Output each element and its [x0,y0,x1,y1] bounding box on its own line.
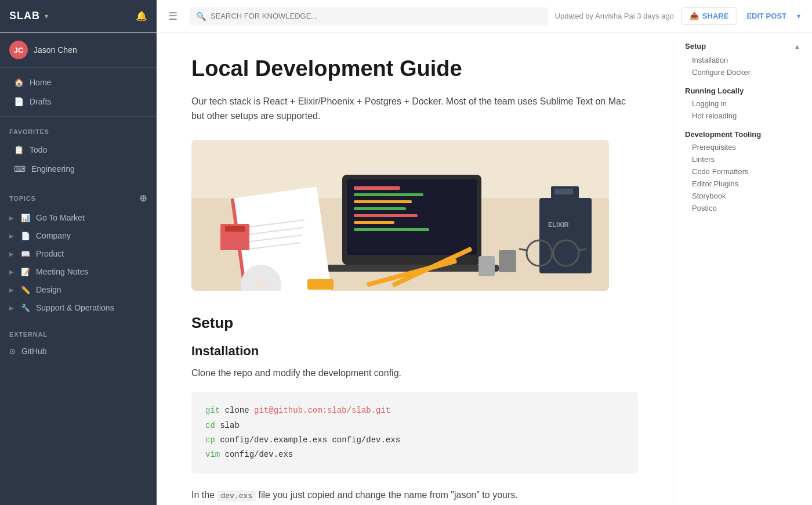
toc-section-dev-tooling-title[interactable]: Development Tooling [685,130,800,139]
svg-rect-4 [354,186,400,190]
sidebar-item-home[interactable]: 🏠 Home [5,73,152,92]
top-bar-right: ☰ 🔍 Updated by Anvisha Pai 3 days ago 📤 … [157,7,812,26]
sidebar-item-go-to-market-label: Go To Market [36,213,85,222]
user-name: Jason Chen [34,45,77,55]
sidebar-item-todo-label: Todo [30,145,47,154]
toc-section-running-locally: Running Locally Logging in Hot reloading [685,86,800,122]
toc-item-logging-in[interactable]: Logging in [685,98,800,110]
sidebar-item-github[interactable]: ⊙ GitHub [0,342,157,360]
sidebar-topics-section: TOPICS ⊕ ▶ 📊 Go To Market ▶ 📄 Company ▶ … [0,181,157,319]
external-title: EXTERNAL [9,331,48,338]
toc-section-setup-title[interactable]: Setup ▲ [685,42,800,50]
code-line-1: git clone git@github.com:slab/slab.git [205,403,624,418]
sidebar-external-section: EXTERNAL ⊙ GitHub [0,319,157,369]
sidebar-item-drafts[interactable]: 📄 Drafts [5,92,152,111]
cmd-vim: vim [205,450,220,459]
svg-rect-9 [354,221,394,224]
sidebar-user: JC Jason Chen [0,33,157,68]
svg-rect-5 [354,193,423,196]
support-icon: 🔧 [21,304,30,312]
toc-setup-chevron: ▲ [794,43,800,50]
main-layout: JC Jason Chen 🏠 Home 📄 Drafts FAVORITES … [0,33,812,505]
svg-rect-7 [354,207,406,210]
toc-item-hot-reloading[interactable]: Hot reloading [685,110,800,122]
inline-code: dev.exs [217,490,256,502]
bell-icon[interactable]: 🔔 [136,10,147,21]
sidebar-item-support-label: Support & Operations [36,303,114,312]
search-bar[interactable]: 🔍 [189,7,548,26]
toc-item-linters[interactable]: Linters [685,153,800,165]
svg-rect-8 [354,214,418,217]
edit-post-dropdown-icon[interactable]: ▾ [797,12,800,20]
sidebar-item-meeting-notes[interactable]: ▶ 📝 Meeting Notes [0,263,157,280]
meeting-notes-icon: 📝 [21,268,30,276]
article-intro: Our tech stack is React + Elixir/Phoenix… [191,94,638,124]
sidebar-item-todo[interactable]: 📋 Todo [5,140,152,159]
sidebar-item-company[interactable]: ▶ 📄 Company [0,227,157,244]
external-header: EXTERNAL [0,329,157,342]
search-icon: 🔍 [196,12,206,21]
installation-intro: Clone the repo and modify the developmen… [191,366,638,381]
code-block: git clone git@github.com:slab/slab.git c… [191,392,638,474]
toc-section-dev-tooling: Development Tooling Prerequisites Linter… [685,130,800,214]
avatar: JC [9,41,28,59]
updated-text: Updated by Anvisha Pai 3 days ago [555,12,674,20]
topic-chevron-support: ▶ [9,305,14,311]
setup-heading: Setup [191,314,638,332]
svg-rect-6 [354,200,412,203]
toc-item-postico[interactable]: Postico [685,202,800,214]
toc-item-editor-plugins[interactable]: Editor Plugins [685,178,800,190]
cmd-cd: cd [205,421,215,430]
after-code-prefix: In the [191,490,217,500]
sidebar-item-product[interactable]: ▶ 📖 Product [0,245,157,262]
sidebar-item-engineering[interactable]: ⌨ Engineering [5,160,152,178]
sidebar-nav: 🏠 Home 📄 Drafts [0,68,157,117]
svg-rect-23 [225,226,245,232]
cmd-git: git [205,406,220,415]
top-bar: SLAB ▾ 🔔 ☰ 🔍 Updated by Anvisha Pai 3 da… [0,0,812,33]
article-hero-image: ELIXIR [191,140,609,291]
svg-rect-38 [307,279,334,290]
toc-section-running-locally-title[interactable]: Running Locally [685,86,800,95]
toc-panel: Setup ▲ Installation Configure Docker Ru… [673,33,812,505]
content-area: Local Development Guide Our tech stack i… [157,33,673,505]
sidebar-item-home-label: Home [30,78,51,87]
todo-icon: 📋 [14,145,24,154]
go-to-market-icon: 📊 [21,214,30,222]
edit-post-button[interactable]: EDIT POST [744,8,789,24]
after-code-suffix: file you just copied and change the name… [256,490,518,500]
app-logo[interactable]: SLAB [9,10,40,22]
toc-item-code-formatters[interactable]: Code Formatters [685,165,800,178]
code-line-2: cd slab [205,419,624,433]
drafts-icon: 📄 [14,97,24,106]
sidebar-item-product-label: Product [36,249,64,258]
topic-chevron-product: ▶ [9,251,14,257]
search-input[interactable] [211,12,541,20]
svg-line-31 [519,249,527,250]
toc-item-installation[interactable]: Installation [685,54,800,66]
engineering-icon: ⌨ [14,164,26,174]
add-topic-icon[interactable]: ⊕ [139,193,147,204]
toc-section-setup: Setup ▲ Installation Configure Docker [685,42,800,78]
svg-rect-25 [554,189,573,194]
svg-point-21 [256,280,266,290]
after-code-text: In the dev.exs file you just copied and … [191,488,638,503]
app-dropdown-icon[interactable]: ▾ [45,12,48,20]
sidebar-item-company-label: Company [36,231,71,240]
sidebar-item-engineering-label: Engineering [31,164,75,174]
topic-chevron-design: ▶ [9,287,14,293]
toc-item-prerequisites[interactable]: Prerequisites [685,141,800,153]
toc-item-storybook[interactable]: Storybook [685,190,800,202]
design-icon: ✏️ [21,286,30,294]
sidebar-favorites-section: FAVORITES 📋 Todo ⌨ Engineering [0,117,157,181]
sidebar-item-support-operations[interactable]: ▶ 🔧 Support & Operations [0,299,157,316]
share-button[interactable]: 📤 SHARE [681,7,738,25]
sidebar-item-design[interactable]: ▶ ✏️ Design [0,281,157,298]
sidebar-item-go-to-market[interactable]: ▶ 📊 Go To Market [0,209,157,226]
installation-heading: Installation [191,344,638,359]
sidebar-header: SLAB ▾ 🔔 [0,0,157,32]
toc-item-configure-docker[interactable]: Configure Docker [685,66,800,78]
topic-chevron-company: ▶ [9,233,14,239]
hamburger-icon[interactable]: ☰ [168,10,177,23]
code-line-3: cp config/dev.example.exs config/dev.exs [205,433,624,448]
